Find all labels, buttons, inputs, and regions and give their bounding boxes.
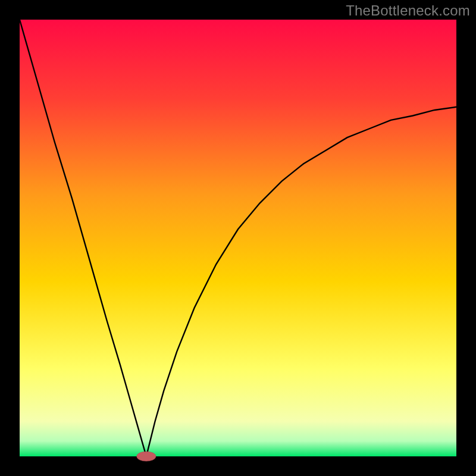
chart-frame: TheBottleneck.com: [0, 0, 476, 476]
minimum-marker: [137, 452, 156, 461]
attribution-text: TheBottleneck.com: [346, 2, 470, 19]
bottleneck-chart: [0, 0, 476, 476]
plot-background-gradient: [20, 20, 456, 456]
